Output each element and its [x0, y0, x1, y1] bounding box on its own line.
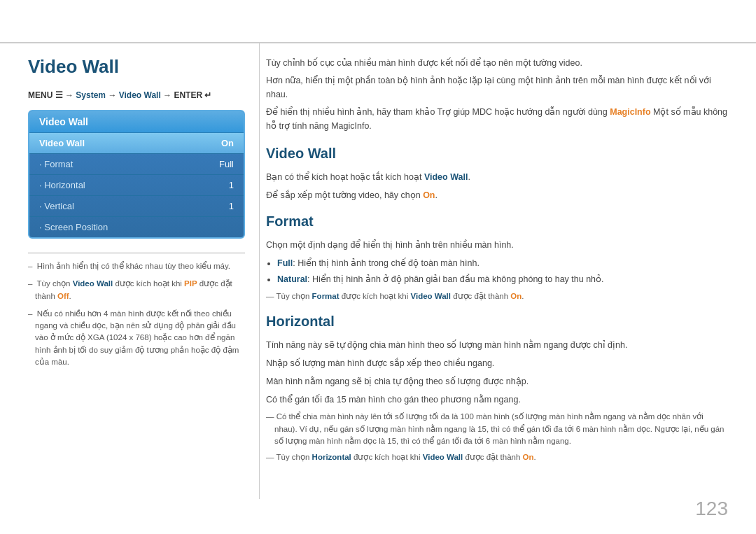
note-2: – Tùy chọn Video Wall được kích hoạt khi… — [28, 278, 245, 302]
page-title: Video Wall — [28, 56, 245, 78]
section-format-p1: Chọn một định dạng để hiển thị hình ảnh … — [266, 238, 728, 252]
menu-item-videowall-value: On — [221, 138, 234, 148]
menu-item-horizontal-value: 1 — [229, 180, 234, 190]
section-videowall: Video Wall Bạn có thể kích hoạt hoặc tắt… — [266, 146, 728, 202]
note-1: – Hình ảnh hiển thị có thể khác nhau tùy… — [28, 260, 245, 272]
menu-item-horizontal[interactable]: · Horizontal 1 — [29, 175, 244, 196]
note-3: – Nếu có nhiều hơn 4 màn hình được kết n… — [28, 308, 245, 368]
intro-section: Tùy chỉnh bố cục của nhiều màn hình được… — [266, 56, 728, 133]
column-separator — [259, 42, 260, 499]
section-horizontal-title: Horizontal — [266, 314, 728, 332]
menu-item-screenposition[interactable]: · Screen Position — [29, 217, 244, 237]
intro-line-2: Hơn nữa, hiển thị một phần toàn bộ hình … — [266, 73, 728, 101]
right-panel: Tùy chỉnh bố cục của nhiều màn hình được… — [266, 42, 728, 499]
menu-item-vertical-label: · Vertical — [39, 201, 74, 211]
left-panel: Video Wall MENU ☰ → System → Video Wall … — [28, 42, 245, 499]
menu-item-vertical[interactable]: · Vertical 1 — [29, 196, 244, 217]
section-format-bullets: Full: Hiển thị hình ảnh trong chế độ toà… — [277, 256, 728, 286]
intro-line-1: Tùy chỉnh bố cục của nhiều màn hình được… — [266, 56, 728, 70]
menu-item-format[interactable]: · Format Full — [29, 154, 244, 175]
notes-section: – Hình ảnh hiển thị có thể khác nhau tùy… — [28, 253, 245, 368]
section-format-note: — Tùy chọn Format được kích hoạt khi Vid… — [266, 290, 728, 302]
section-format-title: Format — [266, 213, 728, 232]
intro-line-3: Để hiển thị nhiều hình ảnh, hãy tham khả… — [266, 105, 728, 133]
menu-item-format-value: Full — [219, 159, 234, 169]
section-horizontal-p4: Có thể gán tối đa 15 màn hình cho gán th… — [266, 393, 728, 407]
section-horizontal-note1: — Có thể chia màn hình này lên tới số lư… — [266, 411, 728, 447]
menu-item-vertical-value: 1 — [229, 201, 234, 211]
section-horizontal: Horizontal Tính năng này sẽ tự động chia… — [266, 314, 728, 463]
menu-box-title: Video Wall — [29, 111, 244, 133]
menu-item-screenposition-label: · Screen Position — [39, 222, 108, 232]
section-horizontal-p1: Tính năng này sẽ tự động chia màn hình t… — [266, 338, 728, 352]
section-format: Format Chọn một định dạng để hiển thị hì… — [266, 213, 728, 302]
section-horizontal-note2: — Tùy chọn Horizontal được kích hoạt khi… — [266, 451, 728, 463]
menu-item-videowall-label: Video Wall — [39, 138, 85, 148]
section-horizontal-p3: Màn hình nằm ngang sẽ bị chia tự động th… — [266, 374, 728, 388]
menu-item-videowall[interactable]: Video Wall On — [29, 133, 244, 154]
bullet-full: Full: Hiển thị hình ảnh trong chế độ toà… — [277, 256, 728, 270]
page-number: 123 — [695, 498, 728, 520]
section-videowall-p2: Để sắp xếp một tường video, hãy chọn On. — [266, 188, 728, 202]
section-horizontal-p2: Nhập số lượng màn hình được sắp xếp theo… — [266, 356, 728, 370]
section-videowall-title: Video Wall — [266, 146, 728, 164]
menu-path: MENU ☰ → System → Video Wall → ENTER ↵ — [28, 90, 245, 100]
menu-box: Video Wall Video Wall On · Format Full ·… — [28, 110, 245, 239]
bullet-natural: Natural: Hiển thị hình ảnh ở độ phân giả… — [277, 272, 728, 286]
section-videowall-p1: Bạn có thể kích hoạt hoặc tắt kích hoạt … — [266, 170, 728, 184]
menu-item-horizontal-label: · Horizontal — [39, 180, 85, 190]
menu-path-text: MENU ☰ → System → Video Wall → ENTER ↵ — [28, 90, 211, 100]
menu-item-format-label: · Format — [39, 159, 73, 169]
